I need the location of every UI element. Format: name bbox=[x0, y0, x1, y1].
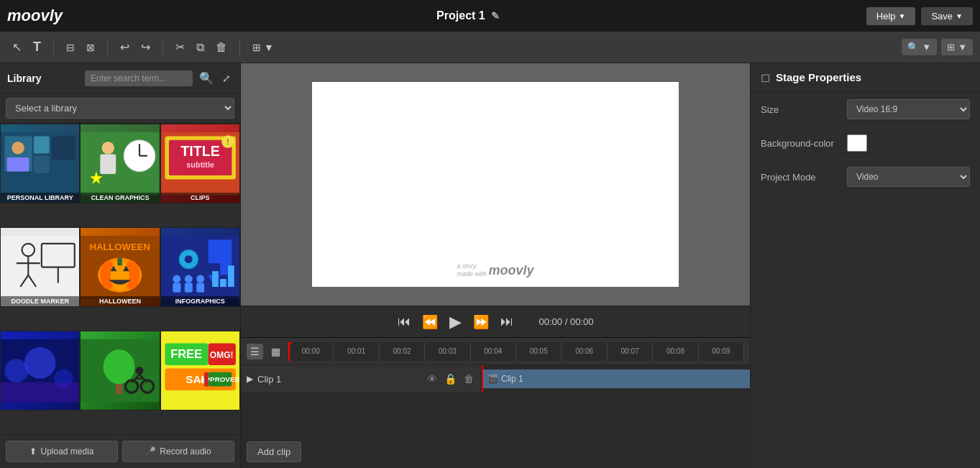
timeline-ruler: 00:00 00:01 00:02 00:03 00:04 00:05 00:0… bbox=[288, 342, 744, 361]
library-item-blue-abstract[interactable] bbox=[0, 331, 80, 410]
svg-rect-3 bbox=[34, 156, 50, 173]
svg-text:OMG!: OMG! bbox=[209, 350, 233, 360]
topbar: moovly Project 1 ✎ Help ▼ Save ▼ bbox=[0, 0, 980, 32]
undo-button[interactable]: ↩ bbox=[115, 37, 134, 58]
help-button[interactable]: Help ▼ bbox=[866, 7, 916, 25]
search-input[interactable] bbox=[85, 70, 193, 86]
tick-0007: 00:07 bbox=[608, 342, 653, 361]
library-item-doodle[interactable]: DOODLE MARKER bbox=[0, 227, 80, 307]
svg-rect-46 bbox=[184, 283, 192, 293]
select-tool-button[interactable]: ↖ bbox=[7, 37, 27, 58]
align-button[interactable]: ⊟ bbox=[61, 38, 80, 57]
search-dropdown-arrow: ▼ bbox=[922, 42, 931, 52]
timeline-grid-view-button[interactable]: ▦ bbox=[267, 344, 284, 359]
play-button[interactable]: ▶ bbox=[449, 313, 462, 331]
watermark-prefix: a story bbox=[457, 262, 486, 270]
upload-media-button[interactable]: ⬆ Upload media bbox=[6, 441, 118, 462]
copy-button[interactable]: ⧉ bbox=[191, 37, 209, 58]
library-select[interactable]: Select a library bbox=[6, 98, 234, 119]
fast-forward-button[interactable]: ⏩ bbox=[473, 314, 489, 330]
stage-props-header: ◻ Stage Properties bbox=[751, 63, 980, 92]
text-tool-button[interactable]: T bbox=[28, 36, 46, 58]
size-row: Size Video 16:9 bbox=[751, 92, 980, 127]
save-dropdown-arrow: ▼ bbox=[956, 12, 963, 20]
add-clip-button[interactable]: Add clip bbox=[247, 441, 301, 462]
svg-rect-2 bbox=[34, 136, 50, 153]
svg-text:!: ! bbox=[226, 137, 229, 146]
svg-rect-49 bbox=[212, 271, 219, 287]
distribute-button[interactable]: ⊠ bbox=[81, 38, 100, 57]
timeline-controls-row: ☰ ▦ 00:00 00:01 00:02 bbox=[241, 338, 750, 365]
clip1-visibility-button[interactable]: 👁 bbox=[426, 372, 439, 386]
skip-start-button[interactable]: ⏮ bbox=[398, 314, 411, 329]
library-grid: PERSONAL LIBRARY bbox=[0, 124, 240, 434]
bg-color-swatch[interactable] bbox=[847, 134, 867, 152]
grid-dropdown[interactable]: ⊞ ▼ bbox=[941, 39, 973, 55]
timeline-list-view-button[interactable]: ☰ bbox=[247, 344, 263, 359]
clip-film-icon: 🎬 bbox=[487, 374, 498, 384]
record-audio-button[interactable]: 🎤 Record audio bbox=[122, 441, 234, 462]
track-area: ▶ Clip 1 👁 🔒 🗑 🎬 Clip 1 bbox=[241, 365, 750, 393]
upload-icon: ⬆ bbox=[29, 446, 37, 456]
svg-point-43 bbox=[173, 275, 180, 283]
skip-end-button[interactable]: ⏭ bbox=[500, 314, 513, 329]
timeline-section: ☰ ▦ 00:00 00:01 00:02 bbox=[241, 337, 750, 468]
clip1-lock-button[interactable]: 🔒 bbox=[443, 372, 458, 386]
rewind-button[interactable]: ⏪ bbox=[422, 314, 438, 330]
svg-point-5 bbox=[12, 142, 24, 154]
redo-button[interactable]: ↪ bbox=[136, 37, 155, 58]
total-time: 00:00 bbox=[570, 316, 594, 327]
edit-icon[interactable]: ✎ bbox=[491, 10, 500, 22]
library-header: Library 🔍 ⤢ bbox=[0, 63, 240, 93]
library-item-clean-graphics[interactable]: CLEAN GRAPHICS bbox=[80, 124, 160, 203]
clip1-expand-button[interactable]: ▶ bbox=[247, 374, 253, 384]
infographics-label: INFOGRAPHICS bbox=[161, 296, 239, 306]
svg-rect-12 bbox=[101, 155, 116, 174]
svg-point-47 bbox=[196, 275, 204, 283]
size-select[interactable]: Video 16:9 bbox=[847, 99, 970, 119]
tick-0004: 00:04 bbox=[471, 342, 516, 361]
clip-bar[interactable]: 🎬 Clip 1 bbox=[482, 370, 750, 388]
library-item-personal[interactable]: PERSONAL LIBRARY bbox=[0, 124, 80, 203]
svg-rect-34 bbox=[118, 258, 123, 266]
toolbar-sep-3 bbox=[162, 39, 163, 56]
app: moovly Project 1 ✎ Help ▼ Save ▼ ↖ T ⊟ ⊠ bbox=[0, 0, 980, 468]
doodle-label: DOODLE MARKER bbox=[1, 296, 79, 306]
save-button[interactable]: Save ▼ bbox=[921, 7, 973, 25]
bg-color-label: Background-color bbox=[761, 138, 847, 149]
clean-graphics-label: CLEAN GRAPHICS bbox=[81, 193, 159, 203]
svg-rect-48 bbox=[196, 283, 204, 293]
delete-button[interactable]: 🗑 bbox=[211, 37, 232, 58]
tick-0008: 00:08 bbox=[653, 342, 698, 361]
stage: a story made with moovly bbox=[312, 82, 679, 287]
clip1-label-area: ▶ Clip 1 👁 🔒 🗑 bbox=[241, 365, 482, 393]
project-mode-label: Project Mode bbox=[761, 172, 847, 183]
svg-point-59 bbox=[104, 349, 135, 384]
library-item-halloween[interactable]: HALLOWEEN HALLOWEEN bbox=[80, 227, 160, 307]
stage-props-collapse-icon[interactable]: ◻ bbox=[761, 70, 770, 84]
svg-text:FREE: FREE bbox=[170, 347, 202, 360]
library-item-bike[interactable] bbox=[80, 331, 160, 410]
help-dropdown-arrow: ▼ bbox=[899, 12, 906, 20]
svg-point-11 bbox=[102, 142, 114, 154]
playhead bbox=[288, 342, 290, 361]
svg-rect-56 bbox=[1, 382, 79, 402]
project-mode-select[interactable]: Video bbox=[847, 167, 970, 187]
library-item-infographics[interactable]: INFOGRAPHICS bbox=[160, 227, 240, 307]
select-tools: ↖ T bbox=[7, 36, 46, 58]
project-mode-row: Project Mode Video bbox=[751, 160, 980, 195]
svg-marker-75 bbox=[204, 372, 208, 387]
ruler-ticks: 00:00 00:01 00:02 00:03 00:04 00:05 00:0… bbox=[288, 342, 744, 361]
library-item-sale[interactable]: FREE OMG! SALE APPROVED bbox=[160, 331, 240, 410]
playback-bar: ⏮ ⏪ ▶ ⏩ ⏭ 00:00 / 00:00 bbox=[241, 306, 750, 337]
library-item-clips[interactable]: TITLE subtitle ! CLIPS bbox=[160, 124, 240, 203]
clip1-delete-button[interactable]: 🗑 bbox=[462, 372, 475, 386]
canvas-area: a story made with moovly bbox=[241, 63, 750, 306]
arrange-button[interactable]: ⊞ ▼ bbox=[247, 38, 279, 57]
library-select-row: Select a library bbox=[0, 93, 240, 124]
search-button[interactable]: 🔍 bbox=[197, 69, 216, 87]
search-dropdown[interactable]: 🔍 ▼ bbox=[902, 39, 937, 55]
cut-button[interactable]: ✂ bbox=[170, 37, 190, 58]
expand-library-button[interactable]: ⤢ bbox=[220, 70, 233, 86]
svg-text:TITLE: TITLE bbox=[180, 143, 220, 159]
